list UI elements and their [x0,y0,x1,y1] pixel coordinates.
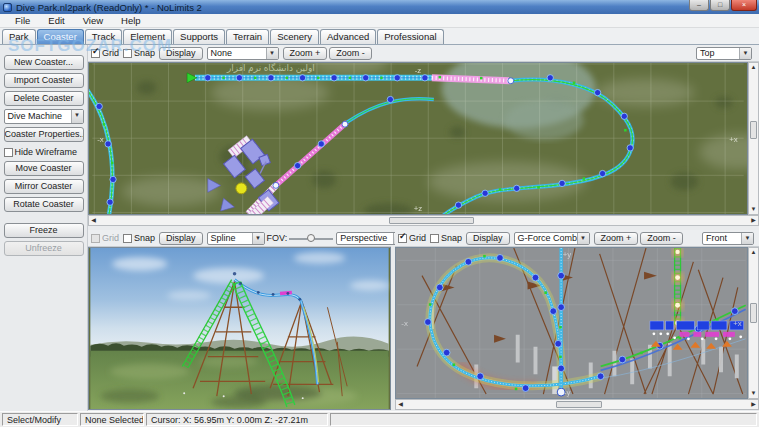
top-display-mode-value: None [208,48,266,59]
front-view-vscrollbar[interactable]: ▲ ▼ [748,247,759,399]
menu-help[interactable]: Help [112,15,150,26]
move-coaster-button[interactable]: Move Coaster [4,161,84,176]
top-view-toolbar: ✓ Grid Snap Display None ▼ Zoom + Zoom -… [88,45,759,62]
unfreeze-button: Unfreeze [4,241,84,256]
menu-file[interactable]: File [6,15,39,26]
perspective-drawing [89,248,390,409]
tab-track[interactable]: Track [85,29,122,44]
import-coaster-button[interactable]: Import Coaster [4,73,84,88]
chevron-down-icon: ▼ [739,48,751,59]
chevron-down-icon: ▼ [252,233,264,244]
chevron-down-icon: ▼ [741,233,753,244]
tab-professional[interactable]: Professional [377,29,443,44]
front-display-mode-select[interactable]: G-Force Comb ▼ [514,232,590,245]
coaster-selector-value: Dive Machine [5,110,71,123]
top-view-mode-value: Top [697,48,739,59]
viewport-area: ✓ Grid Snap Display None ▼ Zoom + Zoom -… [88,45,759,411]
top-display-mode-select[interactable]: None ▼ [207,47,279,60]
perspective-toolbar: Grid Snap Display Spline ▼ FOV: Perspect… [88,230,391,247]
chevron-down-icon: ▼ [577,233,589,244]
front-view-mode-select[interactable]: Front ▼ [702,232,754,245]
tab-advanced[interactable]: Advanced [320,29,376,44]
top-snap-checkbox[interactable] [123,49,132,58]
hscroll-thumb[interactable] [389,217,474,224]
mirror-coaster-button[interactable]: Mirror Coaster [4,179,84,194]
coaster-properties-button[interactable]: Coaster Properties... [4,127,84,142]
tab-park[interactable]: Park [2,29,36,44]
hide-wireframe-checkbox[interactable] [4,148,13,157]
chevron-down-icon: ▼ [71,110,83,123]
close-button[interactable]: × [731,0,757,11]
top-view-mode-select[interactable]: Top ▼ [696,47,752,60]
status-selection: None Selected [80,413,144,426]
tab-scenery[interactable]: Scenery [270,29,319,44]
coaster-sidebar: New Coaster... Import Coaster Delete Coa… [0,45,88,411]
axis-label-left: -x [97,135,104,144]
hide-wireframe-label: Hide Wireframe [15,147,78,157]
front-zoom-out-button[interactable]: Zoom - [640,232,683,245]
fov-slider-thumb[interactable] [307,234,315,242]
scroll-up-icon[interactable]: ▲ [749,63,758,72]
scroll-down-icon[interactable]: ▼ [749,205,758,214]
vscroll-thumb[interactable] [750,303,757,323]
persp-grid-label: Grid [102,233,119,243]
top-display-button[interactable]: Display [159,47,203,60]
scroll-down-icon[interactable]: ▼ [749,389,758,398]
top-view-drawing: -z +z -x +x [89,63,747,214]
chevron-down-icon: ▼ [266,48,278,59]
top-grid-label: Grid [102,48,119,58]
title-bar[interactable]: Dive Park.nl2park (ReadOnly) * - NoLimit… [0,0,759,14]
front-view-mode-value: Front [703,233,741,244]
front-grid-checkbox[interactable]: ✓ [398,234,407,243]
new-coaster-button[interactable]: New Coaster... [4,55,84,70]
persp-display-mode-select[interactable]: Spline ▼ [207,232,265,245]
axis-label-left: -x [401,319,408,328]
hscroll-thumb[interactable] [556,401,602,408]
check-icon: ✓ [399,231,407,241]
tab-coaster[interactable]: Coaster [37,29,84,44]
top-view-canvas[interactable]: اولین دانشگاه نرم افزار [88,62,748,215]
scroll-left-icon[interactable]: ◀ [396,400,405,409]
scroll-left-icon[interactable]: ◀ [89,216,98,225]
top-grid-checkbox[interactable]: ✓ [91,49,100,58]
persp-snap-checkbox[interactable] [123,234,132,243]
scroll-right-icon[interactable]: ▶ [749,400,758,409]
tab-terrain[interactable]: Terrain [226,29,269,44]
scroll-right-icon[interactable]: ▶ [749,216,758,225]
freeze-button[interactable]: Freeze [4,223,84,238]
top-view-hscrollbar[interactable]: ◀ ▶ [88,215,759,226]
maximize-button[interactable]: □ [710,0,730,11]
front-display-button[interactable]: Display [466,232,510,245]
yellow-marker[interactable] [236,183,247,194]
front-snap-label: Snap [441,233,462,243]
rotate-coaster-button[interactable]: Rotate Coaster [4,197,84,212]
window-title: Dive Park.nl2park (ReadOnly) * - NoLimit… [16,2,202,13]
vscroll-thumb[interactable] [750,121,757,139]
front-view-drawing: +y -y -x +x [396,248,747,398]
front-display-mode-value: G-Force Comb [515,233,577,244]
delete-coaster-button[interactable]: Delete Coaster [4,91,84,106]
tab-supports[interactable]: Supports [173,29,225,44]
axis-label-right: +x [729,135,738,144]
front-snap-checkbox[interactable] [430,234,439,243]
top-zoom-in-button[interactable]: Zoom + [283,47,328,60]
coaster-selector[interactable]: Dive Machine ▼ [4,109,84,124]
persp-display-button[interactable]: Display [159,232,203,245]
perspective-canvas[interactable] [88,247,391,410]
check-icon: ✓ [92,46,100,56]
minimize-button[interactable]: – [689,0,709,11]
top-zoom-out-button[interactable]: Zoom - [329,47,372,60]
axis-label-top: +y [563,250,572,259]
tab-bar: Park Coaster Track Element Supports Terr… [0,28,759,45]
menu-edit[interactable]: Edit [39,15,73,26]
tab-element[interactable]: Element [123,29,172,44]
app-window: Dive Park.nl2park (ReadOnly) * - NoLimit… [0,0,759,427]
front-zoom-in-button[interactable]: Zoom + [594,232,639,245]
front-view-hscrollbar[interactable]: ◀ ▶ [395,399,759,410]
front-view-canvas[interactable]: +y -y -x +x [395,247,748,399]
top-view-vscrollbar[interactable]: ▲ ▼ [748,62,759,215]
menu-view[interactable]: View [74,15,112,26]
status-edit-mode: Select/Modify [2,413,78,426]
fov-slider[interactable] [289,232,333,245]
scroll-up-icon[interactable]: ▲ [749,248,758,257]
